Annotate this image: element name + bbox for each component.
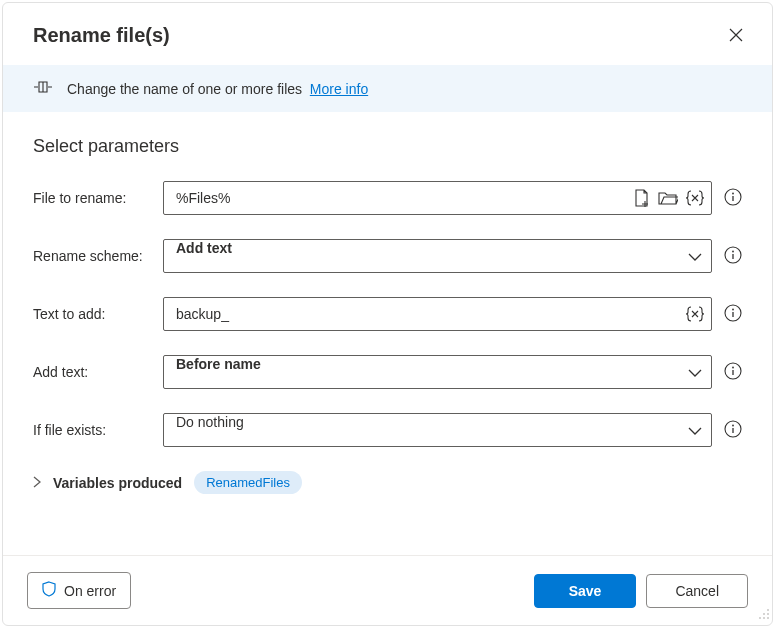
banner-description: Change the name of one or more files bbox=[67, 81, 302, 97]
label-text-to-add: Text to add: bbox=[33, 306, 163, 322]
info-icon[interactable] bbox=[724, 304, 742, 325]
dialog-header: Rename file(s) bbox=[3, 3, 772, 65]
label-add-text: Add text: bbox=[33, 364, 163, 380]
file-to-rename-input[interactable] bbox=[163, 181, 712, 215]
text-to-add-input[interactable] bbox=[163, 297, 712, 331]
svg-point-14 bbox=[763, 617, 765, 619]
variables-produced-label: Variables produced bbox=[53, 475, 182, 491]
svg-point-13 bbox=[759, 617, 761, 619]
label-if-file-exists: If file exists: bbox=[33, 422, 163, 438]
info-banner: Change the name of one or more files Mor… bbox=[3, 65, 772, 112]
cancel-button[interactable]: Cancel bbox=[646, 574, 748, 608]
more-info-link[interactable]: More info bbox=[310, 81, 368, 97]
label-file-to-rename: File to rename: bbox=[33, 190, 163, 206]
svg-point-1 bbox=[732, 192, 734, 194]
on-error-label: On error bbox=[64, 583, 116, 599]
row-if-file-exists: If file exists: Do nothing bbox=[33, 413, 742, 447]
variable-picker-icon[interactable] bbox=[686, 306, 704, 322]
svg-point-5 bbox=[732, 308, 734, 310]
variable-chip-renamed-files[interactable]: RenamedFiles bbox=[194, 471, 302, 494]
if-file-exists-select[interactable]: Do nothing bbox=[163, 413, 712, 447]
info-icon[interactable] bbox=[724, 246, 742, 267]
close-icon bbox=[729, 28, 743, 42]
shield-icon bbox=[42, 581, 56, 600]
save-button[interactable]: Save bbox=[534, 574, 637, 608]
info-icon[interactable] bbox=[724, 362, 742, 383]
svg-point-7 bbox=[732, 366, 734, 368]
resize-grip-icon[interactable] bbox=[758, 607, 770, 623]
svg-point-9 bbox=[732, 424, 734, 426]
chevron-right-icon bbox=[33, 475, 41, 491]
info-icon[interactable] bbox=[724, 420, 742, 441]
row-file-to-rename: File to rename: bbox=[33, 181, 742, 215]
variables-produced-row[interactable]: Variables produced RenamedFiles bbox=[33, 471, 742, 494]
variable-picker-icon[interactable] bbox=[686, 190, 704, 206]
rename-action-icon bbox=[33, 79, 53, 98]
rename-scheme-select[interactable]: Add text bbox=[163, 239, 712, 273]
row-rename-scheme: Rename scheme: Add text bbox=[33, 239, 742, 273]
svg-point-3 bbox=[732, 250, 734, 252]
row-text-to-add: Text to add: bbox=[33, 297, 742, 331]
label-rename-scheme: Rename scheme: bbox=[33, 248, 163, 264]
dialog-content: Select parameters File to rename: bbox=[3, 112, 772, 555]
banner-text: Change the name of one or more files Mor… bbox=[67, 81, 368, 97]
add-text-select[interactable]: Before name bbox=[163, 355, 712, 389]
info-icon[interactable] bbox=[724, 188, 742, 209]
close-button[interactable] bbox=[724, 23, 748, 47]
dialog-title: Rename file(s) bbox=[33, 24, 170, 47]
section-title: Select parameters bbox=[33, 136, 742, 157]
svg-point-15 bbox=[767, 617, 769, 619]
svg-point-12 bbox=[767, 613, 769, 615]
row-add-text: Add text: Before name bbox=[33, 355, 742, 389]
svg-point-10 bbox=[767, 609, 769, 611]
rename-files-dialog: Rename file(s) Change the name of one or… bbox=[2, 2, 773, 626]
select-folder-icon[interactable] bbox=[658, 190, 678, 206]
dialog-footer: On error Save Cancel bbox=[3, 555, 772, 625]
svg-point-11 bbox=[763, 613, 765, 615]
on-error-button[interactable]: On error bbox=[27, 572, 131, 609]
select-file-icon[interactable] bbox=[634, 189, 650, 207]
